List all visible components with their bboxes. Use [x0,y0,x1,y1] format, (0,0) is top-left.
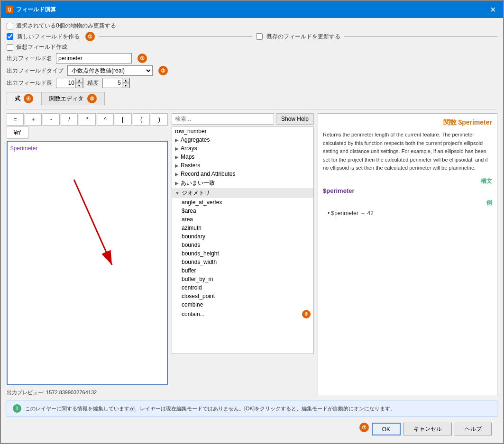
function-tree: row_number ▶ Aggregates ▶ Arrays ▶ Maps [172,127,314,354]
badge-7: ⑦ [359,423,369,432]
tree-azimuth[interactable]: azimuth [172,224,313,232]
chevron-icon: ▶ [175,137,179,143]
op-divide[interactable]: / [61,113,78,126]
tree-label: azimuth [182,225,202,231]
update-existing-checkbox[interactable] [256,33,263,40]
op-caret[interactable]: ^ [97,113,114,126]
info-text: このレイヤーに関する情報を編集していますが、レイヤーは現在編集モードではありませ… [25,405,395,412]
op-pipe[interactable]: || [115,113,132,126]
tree-buffer-by-m[interactable]: buffer_by_m [172,275,313,283]
expression-text: $perimeter [10,145,37,152]
op-newline[interactable]: ¥n' [7,127,28,139]
tree-bounds[interactable]: bounds [172,241,313,249]
preview-text: 出力プレビュー: 1572.8399032764132 [7,389,168,396]
output-length-spinner: ▲ ▼ [56,78,83,88]
op-plus[interactable]: + [25,113,42,126]
op-multiply[interactable]: * [79,113,96,126]
tree-label: closest_point [182,293,215,299]
update-selected-label: 選択されている0個の地物のみ更新する [16,22,116,30]
help-syntax-value: $perimeter [323,187,492,194]
new-field-label: 新しいフィールドを作る [17,33,80,41]
precision-input[interactable] [103,79,122,87]
tree-aggregates[interactable]: ▶ Aggregates [172,136,313,144]
help-description: Returns the perimeter length of the curr… [323,131,492,172]
output-type-label: 出力フィールドタイプ [7,67,64,75]
tree-rasters[interactable]: ▶ Rasters [172,161,313,170]
close-button[interactable]: ✕ [487,4,498,15]
op-equals[interactable]: = [7,113,24,126]
precision-up-btn[interactable]: ▲ [122,78,129,83]
annotation-arrow [36,170,131,289]
update-selected-checkbox[interactable] [7,23,13,29]
tree-bounds-height[interactable]: bounds_height [172,249,313,258]
output-type-select[interactable]: 小数点付き数値(real) [67,65,153,76]
tree-contains[interactable]: contain... ⑥ [172,309,313,319]
help-title: 関数 $perimeter [323,118,492,127]
expression-panel: = + - / * ^ || ( ) ¥n' $perimeter [7,113,168,396]
chevron-icon: ▶ [175,154,179,160]
cancel-button[interactable]: キャンセル [403,423,452,435]
tree-label: row_number [175,128,207,135]
help-syntax-label: 構文 [323,177,492,185]
tree-closest-point[interactable]: closest_point [172,292,313,300]
tree-geometry[interactable]: ▼ ジオメトリ [172,188,313,198]
tree-record-attributes[interactable]: ▶ Record and Attributes [172,170,313,178]
tree-area[interactable]: area [172,215,313,224]
badge-6: ⑥ [302,310,311,318]
dialog-body: 選択されている0個の地物のみ更新する 新しいフィールドを作る ① 既存のフィール… [1,18,503,443]
tree-buffer[interactable]: buffer [172,266,313,275]
virtual-field-checkbox[interactable] [7,44,13,51]
output-length-input[interactable] [56,79,75,87]
tree-label: bounds_width [182,259,217,265]
tab-expression[interactable]: 式 ④ [7,92,41,105]
new-existing-row: 新しいフィールドを作る ① 既存のフィールドを更新する [7,32,497,41]
search-input[interactable] [172,113,274,125]
op-close-paren[interactable]: ) [151,113,168,126]
op-minus[interactable]: - [43,113,60,126]
output-length-label: 出力フィールド長 [7,79,52,87]
show-help-button[interactable]: Show Help [276,113,314,125]
chevron-icon: ▶ [175,163,179,168]
title-bar-left: Q フィールド演算 [6,6,56,14]
output-name-row: 出力フィールド名 ② [7,53,497,63]
tree-row-number[interactable]: row_number [172,127,313,136]
function-panel: Show Help row_number ▶ Aggregates ▶ Arra… [172,113,314,396]
tree-area-dollar[interactable]: $area [172,207,313,215]
tree-label: Rasters [181,162,200,169]
precision-down-btn[interactable]: ▼ [122,83,129,88]
tree-label: $area [182,208,196,214]
operator-row: = + - / * ^ || ( ) ¥n' [7,113,168,139]
tab-function-editor[interactable]: 関数エディタ ⑤ [41,92,104,105]
bottom-info-bar: i このレイヤーに関する情報を編集していますが、レイヤーは現在編集モードではあり… [7,400,497,417]
tree-arrays[interactable]: ▶ Arrays [172,144,313,153]
expression-editor[interactable]: $perimeter [7,141,168,385]
output-name-label: 出力フィールド名 [7,54,52,63]
tree-label: centroid [182,284,202,291]
title-bar: Q フィールド演算 ✕ [1,1,503,18]
tree-label: buffer [182,267,196,274]
tree-aimai[interactable]: ▶ あいまい一致 [172,178,313,188]
tree-bounds-width[interactable]: bounds_width [172,258,313,266]
ok-button[interactable]: OK [372,423,401,435]
update-existing-label: 既存のフィールドを更新する [266,33,340,41]
tree-angle-at-vertex[interactable]: angle_at_vertex [172,198,313,207]
update-selected-row: 選択されている0個の地物のみ更新する [7,22,497,30]
top-section: 選択されている0個の地物のみ更新する 新しいフィールドを作る ① 既存のフィール… [7,22,497,109]
tree-boundary[interactable]: boundary [172,232,313,241]
help-button[interactable]: ヘルプ [455,423,492,435]
length-up-btn[interactable]: ▲ [75,78,83,83]
dialog-title: フィールド演算 [16,6,56,14]
tree-combine[interactable]: combine [172,300,313,309]
tree-label: angle_at_vertex [182,199,222,206]
output-name-input[interactable] [56,53,132,63]
tree-maps[interactable]: ▶ Maps [172,153,313,161]
op-open-paren[interactable]: ( [133,113,150,126]
button-row: ⑦ OK キャンセル ヘルプ [7,419,497,439]
svg-line-1 [74,180,112,265]
new-field-checkbox[interactable] [7,33,13,40]
tree-label: Aggregates [181,136,210,143]
length-down-btn[interactable]: ▼ [75,83,83,88]
main-area: = + - / * ^ || ( ) ¥n' $perimeter [7,113,497,396]
tree-label: あいまい一致 [181,179,215,187]
tree-centroid[interactable]: centroid [172,283,313,292]
